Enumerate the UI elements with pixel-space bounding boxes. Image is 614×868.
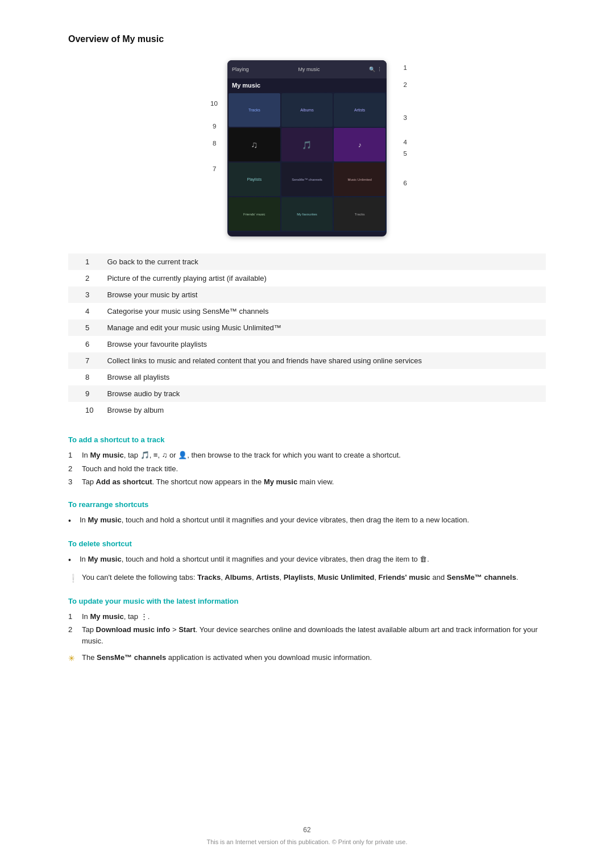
table-row: 3Browse your music by artist	[68, 286, 546, 303]
ref-num: 7	[68, 352, 100, 369]
ref-num-8: 8	[213, 140, 216, 147]
ref-num: 3	[68, 286, 100, 303]
ref-desc: Browse by album	[100, 402, 546, 418]
bullet-item: •In My music, touch and hold a shortcut …	[68, 514, 546, 527]
step-text: Tap Download music info > Start. Your de…	[82, 624, 546, 646]
ref-num: 4	[68, 303, 100, 319]
table-row: 4Categorise your music using SensMe™ cha…	[68, 303, 546, 319]
ref-desc: Manage and edit your music using Music U…	[100, 319, 546, 336]
phone-cell-art1: ♫	[229, 128, 280, 161]
phone-screenshot-area: 1 2 3 4 5 6 10 9 8 7 Playing My music 🔍 …	[68, 60, 546, 236]
bullet-text: In My music, touch and hold a shortcut u…	[80, 554, 429, 566]
table-row: 2Picture of the currently playing artist…	[68, 270, 546, 286]
ref-num-4: 4	[404, 139, 407, 146]
step-number: 3	[68, 476, 82, 488]
phone-image: Playing My music 🔍 ⋮ My music Tracks Alb…	[227, 60, 387, 236]
table-row: 1Go back to the current track	[68, 254, 546, 270]
phone-cell-art3: ♪	[334, 128, 385, 161]
section-heading-update-music: To update your music with the latest inf…	[68, 597, 546, 605]
step-item: 2Tap Download music info > Start. Your d…	[68, 624, 546, 646]
bullet-dot-icon: •	[68, 514, 80, 527]
ref-num-1: 1	[404, 65, 407, 72]
step-item: 3Tap Add as shortcut. The shortcut now a…	[68, 476, 546, 488]
ref-num-9: 9	[213, 123, 216, 130]
step-list-update-music: 1In My music, tap ⋮.2Tap Download music …	[68, 611, 546, 647]
step-number: 2	[68, 463, 82, 475]
phone-cell-unlimited: Music Unlimited	[334, 163, 385, 196]
phone-top-title: My music	[298, 67, 320, 72]
bullet-text: In My music, touch and hold a shortcut u…	[80, 514, 469, 527]
phone-icons: 🔍 ⋮	[369, 67, 382, 72]
phone-top-bar: Playing My music 🔍 ⋮	[227, 60, 387, 78]
section-heading-add-shortcut: To add a shortcut to a track	[68, 435, 546, 444]
phone-title-bar: My music	[227, 78, 387, 92]
phone-cell-albums: Albums	[281, 93, 333, 127]
note-block: ❕ You can't delete the following tabs: T…	[68, 572, 546, 584]
step-list-add-shortcut: 1In My music, tap 🎵, ≡, ♫ or 👤, then bro…	[68, 450, 546, 488]
ref-num-7: 7	[213, 165, 216, 172]
ref-desc: Categorise your music using SensMe™ chan…	[100, 303, 546, 319]
ref-desc: Browse your music by artist	[100, 286, 546, 303]
phone-content-grid: Tracks Albums Artists ♫ 🎵 ♪ Playlists	[227, 92, 387, 232]
bullet-list-rearrange-shortcuts: •In My music, touch and hold a shortcut …	[68, 514, 546, 527]
ref-num-5: 5	[404, 150, 407, 157]
table-row: 9Browse audio by track	[68, 385, 546, 402]
ref-desc: Browse your favourite playlists	[100, 336, 546, 352]
step-number: 1	[68, 611, 82, 622]
page: Overview of My music 1 2 3 4 5 6 10 9 8 …	[0, 0, 614, 868]
page-number: 62	[0, 826, 614, 834]
reference-table: 1Go back to the current track2Picture of…	[68, 254, 546, 418]
ref-num: 6	[68, 336, 100, 352]
note-block: ✳ The SensMe™ channels application is ac…	[68, 652, 546, 665]
step-text: In My music, tap ⋮.	[82, 611, 546, 622]
ref-num: 9	[68, 385, 100, 402]
bullet-list-delete-shortcut: •In My music, touch and hold a shortcut …	[68, 554, 546, 566]
sections-container: To add a shortcut to a track1In My music…	[68, 435, 546, 665]
table-row: 8Browse all playlists	[68, 369, 546, 385]
page-footer: 62 This is an Internet version of this p…	[0, 826, 614, 845]
section-heading-delete-shortcut: To delete shortcut	[68, 539, 546, 548]
section-heading-rearrange-shortcuts: To rearrange shortcuts	[68, 500, 546, 509]
bullet-dot-icon: •	[68, 554, 80, 566]
note-text: You can't delete the following tabs: Tra…	[82, 572, 546, 583]
step-item: 1In My music, tap 🎵, ≡, ♫ or 👤, then bro…	[68, 450, 546, 461]
step-item: 2Touch and hold the track title.	[68, 463, 546, 475]
ref-desc: Browse all playlists	[100, 369, 546, 385]
page-title: Overview of My music	[68, 34, 546, 44]
phone-cell-friends: Friends' music	[229, 197, 280, 231]
ref-num: 2	[68, 270, 100, 286]
table-row: 7Collect links to music and related cont…	[68, 352, 546, 369]
ref-num: 10	[68, 402, 100, 418]
section-add-shortcut: To add a shortcut to a track1In My music…	[68, 435, 546, 488]
note-icon-tip: ✳	[68, 652, 82, 665]
note-text: The SensMe™ channels application is acti…	[82, 652, 546, 663]
ref-num: 8	[68, 369, 100, 385]
bullet-item: •In My music, touch and hold a shortcut …	[68, 554, 546, 566]
step-number: 2	[68, 624, 82, 646]
ref-num: 1	[68, 254, 100, 270]
section-delete-shortcut: To delete shortcut•In My music, touch an…	[68, 539, 546, 584]
phone-cell-tracks: Tracks	[229, 93, 280, 127]
phone-cell-fav: My favourites	[281, 197, 333, 231]
ref-desc: Go back to the current track	[100, 254, 546, 270]
ref-desc: Picture of the currently playing artist …	[100, 270, 546, 286]
phone-cell-artists: Artists	[334, 93, 385, 127]
step-text: Tap Add as shortcut. The shortcut now ap…	[82, 476, 546, 488]
ref-desc: Browse audio by track	[100, 385, 546, 402]
ref-num-6: 6	[404, 180, 407, 186]
phone-main-title: My music	[232, 82, 260, 89]
ref-num-3: 3	[404, 114, 407, 121]
phone-cell-playlists: Playlists	[229, 163, 280, 196]
step-item: 1In My music, tap ⋮.	[68, 611, 546, 622]
table-row: 6Browse your favourite playlists	[68, 336, 546, 352]
step-text: Touch and hold the track title.	[82, 463, 546, 475]
phone-playing-label: Playing	[232, 67, 249, 72]
footer-note: This is an Internet version of this publ…	[0, 838, 614, 845]
table-row: 5Manage and edit your music using Music …	[68, 319, 546, 336]
section-update-music: To update your music with the latest inf…	[68, 597, 546, 665]
step-text: In My music, tap 🎵, ≡, ♫ or 👤, then brow…	[82, 450, 546, 461]
phone-cell-tracks2: Tracks	[334, 197, 385, 231]
phone-cell-art2: 🎵	[281, 128, 333, 161]
ref-num-10: 10	[210, 100, 218, 107]
ref-num: 5	[68, 319, 100, 336]
